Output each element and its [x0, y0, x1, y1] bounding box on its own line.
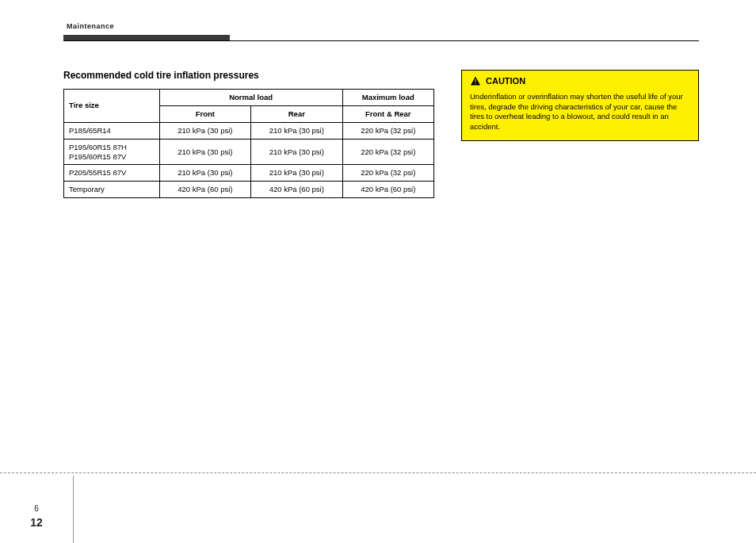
page-footer: 6 12 [0, 504, 73, 529]
cell-size: P195/60R15 87H P195/60R15 87V [64, 139, 160, 165]
spine-rule [73, 476, 74, 543]
cell-front: 210 kPa (30 psi) [159, 165, 250, 182]
header-thin-rule [63, 40, 699, 41]
footer-section-number: 6 [0, 504, 73, 513]
table-row: P195/60R15 87H P195/60R15 87V 210 kPa (3… [64, 139, 434, 165]
caution-title: CAUTION [486, 75, 525, 87]
warning-icon [470, 76, 481, 86]
cell-rear: 420 kPa (60 psi) [251, 182, 342, 198]
cell-rear: 210 kPa (30 psi) [251, 139, 342, 165]
th-rear: Rear [251, 105, 342, 122]
cell-size: P205/55R15 87V [64, 165, 160, 182]
header-rule: Maintenance [63, 35, 699, 46]
header-tab-label: Maintenance [67, 22, 114, 30]
cell-front: 420 kPa (60 psi) [159, 182, 250, 198]
section-title: Recommended cold tire inflation pressure… [63, 70, 434, 81]
cell-max: 220 kPa (32 psi) [342, 139, 433, 165]
cell-size: Temporary [64, 182, 160, 198]
th-max-load: Maximum load [342, 90, 433, 106]
cell-front: 210 kPa (30 psi) [159, 139, 250, 165]
th-front-rear: Front & Rear [342, 105, 433, 122]
caution-body: Underinflation or overinflation may shor… [470, 92, 690, 132]
svg-rect-2 [475, 83, 475, 84]
th-normal-load: Normal load [159, 90, 342, 106]
cell-rear: 210 kPa (30 psi) [251, 122, 342, 139]
inflation-table: Tire size Normal load Maximum load Front… [63, 89, 434, 198]
cell-max: 220 kPa (32 psi) [342, 122, 433, 139]
table-row: P205/55R15 87V 210 kPa (30 psi) 210 kPa … [64, 165, 434, 182]
cell-size: P185/65R14 [64, 122, 160, 139]
table-row: P185/65R14 210 kPa (30 psi) 210 kPa (30 … [64, 122, 434, 139]
svg-rect-1 [475, 79, 475, 82]
fold-line [0, 472, 756, 473]
cell-front: 210 kPa (30 psi) [159, 122, 250, 139]
th-front: Front [159, 105, 250, 122]
cell-max: 420 kPa (60 psi) [342, 182, 433, 198]
table-row: Temporary 420 kPa (60 psi) 420 kPa (60 p… [64, 182, 434, 198]
caution-box: CAUTION Underinflation or overinflation … [461, 70, 699, 141]
cell-rear: 210 kPa (30 psi) [251, 165, 342, 182]
cell-max: 220 kPa (32 psi) [342, 165, 433, 182]
th-tire-size: Tire size [64, 90, 160, 123]
footer-page-number: 12 [0, 516, 73, 529]
